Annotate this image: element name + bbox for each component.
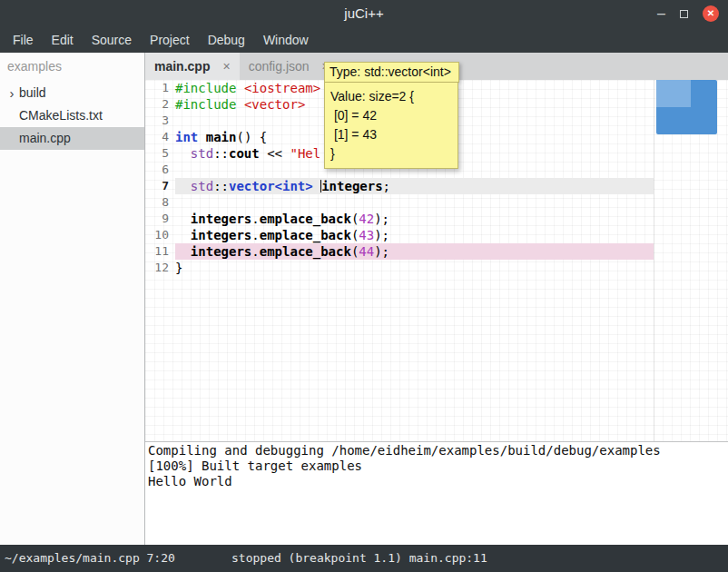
tab-label: main.cpp bbox=[154, 59, 210, 74]
tree-item-build[interactable]: ›build bbox=[0, 82, 144, 104]
line-number: 9 bbox=[145, 211, 175, 227]
terminal-line: [100%] Built target examples bbox=[148, 459, 728, 474]
tooltip-value-block: Value: size=2 { [0] = 42 [1] = 43} bbox=[324, 83, 458, 169]
line-number: 1 bbox=[145, 80, 175, 96]
code-line[interactable]: 7 std::vector<int> integers; bbox=[145, 178, 728, 194]
code-line[interactable]: 8 bbox=[145, 194, 728, 211]
tab-close-icon[interactable]: × bbox=[222, 59, 230, 74]
status-file-position: ~/examples/main.cpp 7:20 bbox=[5, 545, 175, 572]
tooltip-value-line: Value: size=2 { bbox=[330, 87, 452, 106]
line-number: 6 bbox=[145, 162, 175, 178]
scroll-overview[interactable] bbox=[656, 80, 717, 134]
terminal-output[interactable]: Compiling and debugging /home/eidheim/ex… bbox=[145, 442, 728, 545]
tooltip-value-line: [1] = 43 bbox=[330, 125, 452, 144]
menu-item-debug[interactable]: Debug bbox=[199, 27, 254, 53]
terminal-line: Compiling and debugging /home/eidheim/ex… bbox=[148, 443, 728, 459]
line-number: 11 bbox=[145, 243, 175, 260]
window-title: juCi++ bbox=[0, 0, 728, 27]
line-number: 5 bbox=[145, 145, 175, 162]
line-number: 10 bbox=[145, 227, 175, 243]
expander-icon[interactable]: › bbox=[5, 82, 19, 104]
menu-bar: FileEditSourceProjectDebugWindow bbox=[0, 27, 728, 53]
tree-item-label: build bbox=[19, 82, 46, 104]
close-icon[interactable]: ✕ bbox=[703, 5, 719, 22]
line-number: 4 bbox=[145, 129, 175, 145]
tree-item-label: CMakeLists.txt bbox=[19, 104, 103, 127]
code-line[interactable]: 11 integers.emplace_back(44); bbox=[145, 243, 728, 260]
tree-item-label: main.cpp bbox=[19, 127, 71, 150]
right-margin-line bbox=[654, 80, 654, 441]
tree-item-main.cpp[interactable]: main.cpp bbox=[0, 127, 144, 150]
menu-item-project[interactable]: Project bbox=[141, 27, 199, 53]
tree-item-CMakeLists.txt[interactable]: CMakeLists.txt bbox=[0, 104, 144, 127]
tooltip-type-line: Type: std::vector<int> bbox=[324, 62, 459, 83]
debug-tooltip: Type: std::vector<int> Value: size=2 { [… bbox=[324, 62, 459, 169]
menu-item-window[interactable]: Window bbox=[254, 27, 318, 53]
maximize-icon[interactable] bbox=[680, 10, 688, 18]
code-line[interactable]: 9 integers.emplace_back(42); bbox=[145, 211, 728, 227]
menu-item-edit[interactable]: Edit bbox=[43, 27, 83, 53]
code-text: std::vector<int> integers; bbox=[175, 178, 654, 194]
tab-label: config.json bbox=[249, 59, 310, 74]
status-debug-state: stopped (breakpoint 1.1) main.cpp:11 bbox=[231, 545, 487, 572]
titlebar: juCi++ – ✕ bbox=[0, 0, 728, 27]
line-number: 3 bbox=[145, 113, 175, 129]
file-tree: ›buildCMakeLists.txtmain.cpp bbox=[0, 82, 144, 150]
code-line[interactable]: 10 integers.emplace_back(43); bbox=[145, 227, 728, 243]
menu-item-source[interactable]: Source bbox=[83, 27, 141, 53]
code-text: } bbox=[175, 260, 654, 276]
minimize-icon[interactable]: – bbox=[657, 0, 665, 27]
line-number: 8 bbox=[145, 194, 175, 211]
code-text bbox=[175, 194, 654, 211]
window-controls: – ✕ bbox=[657, 0, 719, 27]
code-text: integers.emplace_back(43); bbox=[175, 227, 654, 243]
terminal-line: Hello World bbox=[148, 474, 728, 489]
sidebar: examples ›buildCMakeLists.txtmain.cpp bbox=[0, 53, 144, 545]
menu-item-file[interactable]: File bbox=[4, 27, 43, 53]
tooltip-value-line: } bbox=[330, 144, 452, 163]
status-bar: ~/examples/main.cpp 7:20 stopped (breakp… bbox=[0, 545, 728, 572]
line-number: 7 bbox=[145, 178, 175, 194]
tab-main.cpp[interactable]: main.cpp× bbox=[145, 53, 240, 80]
line-number: 12 bbox=[145, 260, 175, 276]
scroll-overview-highlight bbox=[656, 80, 691, 107]
code-text: integers.emplace_back(44); bbox=[175, 243, 654, 260]
tooltip-value-line: [0] = 42 bbox=[330, 106, 452, 125]
line-number: 2 bbox=[145, 96, 175, 113]
code-text: integers.emplace_back(42); bbox=[175, 211, 654, 227]
code-line[interactable]: 12} bbox=[145, 260, 728, 276]
project-name: examples bbox=[0, 53, 144, 82]
